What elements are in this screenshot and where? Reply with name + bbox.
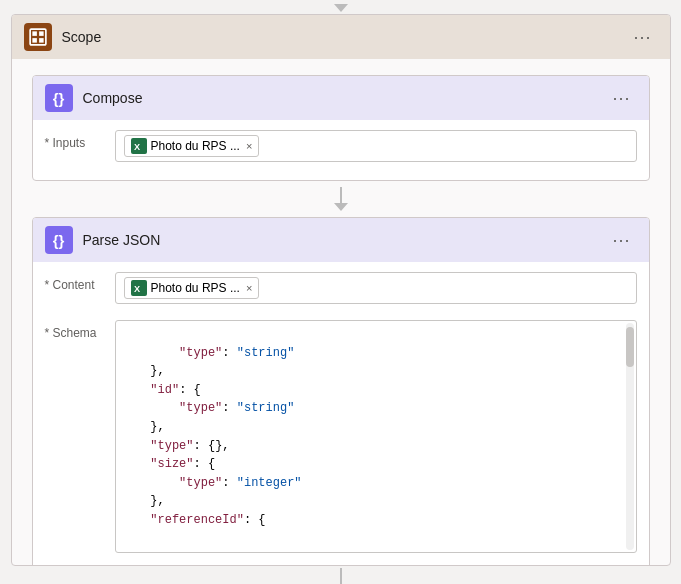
scope-header: Scope ··· xyxy=(12,15,670,59)
compose-tag-excel-icon: X xyxy=(131,138,147,154)
parse-json-content-tag: X Photo du RPS ... × xyxy=(124,277,260,299)
inter-arrow-tip xyxy=(334,203,348,211)
parse-json-tag-excel-icon: X xyxy=(131,280,147,296)
schema-content: "type": "string" }, "id": { "type": "str… xyxy=(122,325,630,548)
scope-body: {} Compose ··· * Inputs X xyxy=(12,59,670,566)
parse-json-fields: * Content X Photo du RPS ... × xyxy=(33,262,649,566)
compose-icon: {} xyxy=(45,84,73,112)
svg-rect-3 xyxy=(32,38,37,43)
schema-editor[interactable]: "type": "string" }, "id": { "type": "str… xyxy=(115,320,637,553)
schema-scrollbar[interactable] xyxy=(626,323,634,550)
scope-container: Scope ··· {} Compose ··· * Inputs xyxy=(11,14,671,566)
scope-ellipsis-button[interactable]: ··· xyxy=(627,25,657,50)
svg-text:X: X xyxy=(134,284,141,294)
compose-card-body: * Inputs X Photo du RPS ... × xyxy=(33,120,649,180)
bottom-connector-line xyxy=(340,568,342,584)
parse-json-schema-row: * Schema "type": "string" }, "id": { "ty… xyxy=(45,320,637,566)
parse-json-ellipsis-button[interactable]: ··· xyxy=(606,228,636,253)
inter-card-arrow xyxy=(334,181,348,217)
parse-json-content-field[interactable]: X Photo du RPS ... × xyxy=(115,272,637,304)
compose-inputs-field[interactable]: X Photo du RPS ... × xyxy=(115,130,637,162)
top-connector-arrow xyxy=(334,0,348,14)
compose-card: {} Compose ··· * Inputs X xyxy=(32,75,650,181)
compose-card-header: {} Compose ··· xyxy=(33,76,649,120)
svg-text:X: X xyxy=(134,142,141,152)
parse-json-title: Parse JSON xyxy=(83,232,161,248)
scope-icon-svg xyxy=(29,28,47,46)
parse-json-card: {} Parse JSON ··· * Content X xyxy=(32,217,650,566)
compose-ellipsis-button[interactable]: ··· xyxy=(606,86,636,111)
compose-inputs-label: * Inputs xyxy=(45,130,105,150)
parse-json-content-label: * Content xyxy=(45,272,105,292)
scope-header-left: Scope xyxy=(24,23,102,51)
svg-rect-2 xyxy=(39,31,44,36)
parse-json-header: {} Parse JSON ··· xyxy=(33,218,649,262)
parse-json-content-row: * Content X Photo du RPS ... × xyxy=(45,272,637,304)
schema-wrapper: "type": "string" }, "id": { "type": "str… xyxy=(115,320,637,566)
schema-scroll-thumb xyxy=(626,327,634,367)
excel-svg-2: X xyxy=(133,283,144,294)
compose-tag-text: Photo du RPS ... xyxy=(151,139,240,153)
compose-card-header-left: {} Compose xyxy=(45,84,143,112)
scope-title: Scope xyxy=(62,29,102,45)
parse-json-tag-text: Photo du RPS ... xyxy=(151,281,240,295)
compose-tag-close[interactable]: × xyxy=(246,140,252,152)
scope-icon xyxy=(24,23,52,51)
inter-arrow-line xyxy=(340,187,342,203)
parse-json-header-left: {} Parse JSON xyxy=(45,226,161,254)
parse-json-icon: {} xyxy=(45,226,73,254)
compose-inputs-row: * Inputs X Photo du RPS ... × xyxy=(45,130,637,162)
svg-rect-4 xyxy=(39,38,44,43)
parse-json-schema-label: * Schema xyxy=(45,320,105,340)
parse-json-tag-close[interactable]: × xyxy=(246,282,252,294)
excel-svg: X xyxy=(133,141,144,152)
compose-inputs-tag: X Photo du RPS ... × xyxy=(124,135,260,157)
svg-rect-1 xyxy=(32,31,37,36)
compose-title: Compose xyxy=(83,90,143,106)
